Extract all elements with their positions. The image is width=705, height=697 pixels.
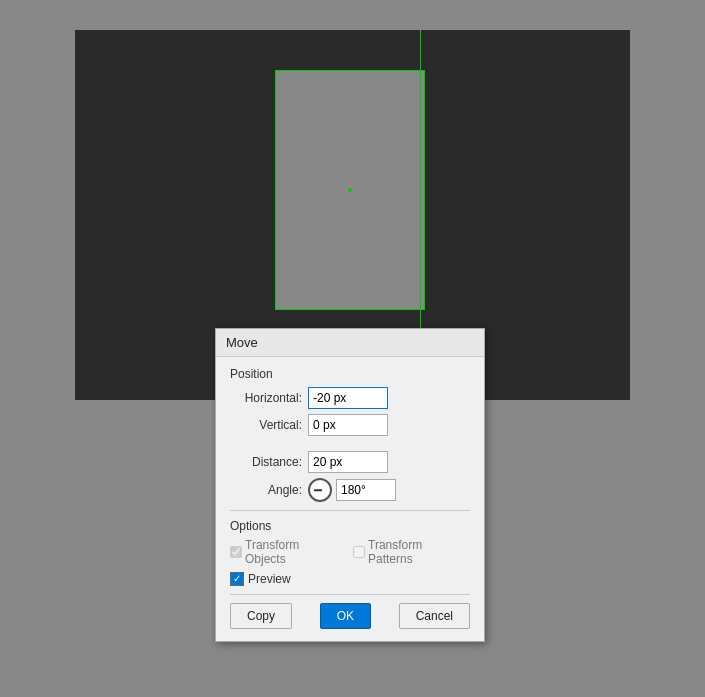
horizontal-label: Horizontal:	[230, 391, 302, 405]
position-section-label: Position	[230, 367, 470, 381]
dialog-title: Move	[226, 335, 258, 350]
cancel-button[interactable]: Cancel	[399, 603, 470, 629]
transform-patterns-item: Transform Patterns	[353, 538, 470, 566]
button-row: Copy OK Cancel	[230, 594, 470, 629]
center-dot	[348, 188, 352, 192]
selected-object	[275, 70, 425, 310]
distance-input[interactable]	[308, 451, 388, 473]
move-dialog: Move Position Horizontal: Vertical: Dist…	[215, 328, 485, 642]
options-checkboxes: Transform Objects Transform Patterns	[230, 538, 470, 566]
ok-button[interactable]: OK	[320, 603, 371, 629]
preview-checkbox[interactable]	[230, 572, 244, 586]
angle-dial[interactable]	[308, 478, 332, 502]
angle-row: Angle:	[230, 478, 470, 502]
options-label: Options	[230, 519, 470, 533]
transform-objects-checkbox[interactable]	[230, 546, 242, 558]
distance-row: Distance:	[230, 451, 470, 473]
transform-patterns-label: Transform Patterns	[368, 538, 470, 566]
dialog-titlebar: Move	[216, 329, 484, 357]
copy-button[interactable]: Copy	[230, 603, 292, 629]
horizontal-row: Horizontal:	[230, 387, 470, 409]
preview-row: Preview	[230, 572, 470, 586]
horizontal-input[interactable]	[308, 387, 388, 409]
angle-input[interactable]	[336, 479, 396, 501]
vertical-row: Vertical:	[230, 414, 470, 436]
transform-objects-item: Transform Objects	[230, 538, 343, 566]
preview-label: Preview	[248, 572, 291, 586]
options-section: Options Transform Objects Transform Patt…	[230, 510, 470, 566]
vertical-label: Vertical:	[230, 418, 302, 432]
angle-label: Angle:	[230, 483, 302, 497]
distance-label: Distance:	[230, 455, 302, 469]
transform-objects-label: Transform Objects	[245, 538, 343, 566]
dialog-body: Position Horizontal: Vertical: Distance:…	[216, 357, 484, 641]
vertical-input[interactable]	[308, 414, 388, 436]
transform-patterns-checkbox[interactable]	[353, 546, 365, 558]
